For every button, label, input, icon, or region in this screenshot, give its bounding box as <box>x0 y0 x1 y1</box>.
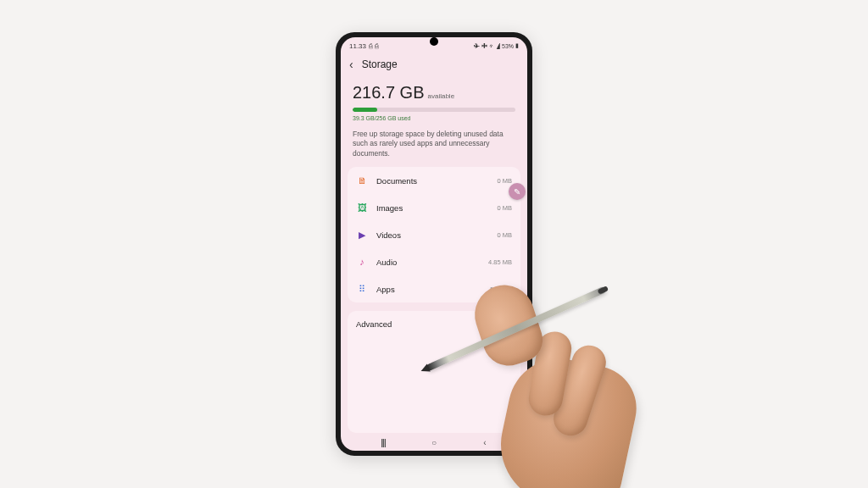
edit-fab[interactable]: ✎ <box>509 183 526 200</box>
category-size: 0 MB <box>497 204 512 212</box>
phone-screen: 11.33 ⎙ ⎙ ✈ ✱ ᯤ ◢ 53% ▮ ‹ Storage 216.7 … <box>341 37 527 451</box>
storage-progress-bar <box>353 108 515 112</box>
category-row-images[interactable]: 🖼Images0 MB <box>348 194 520 221</box>
category-size: 0 MB <box>497 231 512 239</box>
nav-recents[interactable]: ||| <box>375 438 392 447</box>
category-label: Images <box>376 203 488 213</box>
apps-icon: ⠿ <box>356 283 368 295</box>
category-row-apps[interactable]: ⠿Apps523 MB <box>348 275 520 302</box>
storage-progress-fill <box>353 108 377 112</box>
category-list: 🗎Documents0 MB🖼Images0 MB▶Videos0 MB♪Aud… <box>348 167 520 302</box>
status-right: ✈ ✱ ᯤ ◢ 53% ▮ <box>474 42 519 49</box>
pencil-icon: ✎ <box>514 187 520 197</box>
audio-icon: ♪ <box>356 256 368 268</box>
documents-icon: 🗎 <box>356 175 368 186</box>
page-header: ‹ Storage <box>341 53 527 76</box>
nav-home[interactable]: ○ <box>426 438 442 447</box>
available-amount: 216.7 GB <box>353 83 425 103</box>
storage-summary: 216.7 GB available 39.3 GB/256 GB used <box>341 76 527 125</box>
notification-icons: ⎙ ⎙ <box>369 42 379 50</box>
category-row-documents[interactable]: 🗎Documents0 MB <box>348 167 520 194</box>
battery-percent: 53% <box>502 43 514 49</box>
camera-notch <box>430 37 438 46</box>
status-time: 11.33 <box>349 42 366 50</box>
advanced-label: Advanced <box>356 319 512 329</box>
hand-finger <box>526 329 575 418</box>
hand-finger <box>549 341 610 441</box>
category-size: 523 MB <box>490 286 512 293</box>
available-label: available <box>428 92 455 100</box>
phone-frame: 11.33 ⎙ ⎙ ✈ ✱ ᯤ ◢ 53% ▮ ‹ Storage 216.7 … <box>336 32 532 456</box>
category-label: Apps <box>376 285 481 294</box>
battery-icon: ▮ <box>515 42 519 49</box>
advanced-section[interactable]: Advanced <box>348 311 520 433</box>
images-icon: 🖼 <box>356 202 368 214</box>
nav-back[interactable]: ‹ <box>476 438 493 447</box>
status-left: 11.33 ⎙ ⎙ <box>349 42 379 50</box>
category-label: Documents <box>376 176 488 186</box>
used-text: 39.3 GB/256 GB used <box>353 115 515 121</box>
system-icons: ✈ ✱ ᯤ ◢ <box>474 43 500 49</box>
category-label: Videos <box>376 230 488 240</box>
category-size: 4.85 MB <box>488 258 512 266</box>
navigation-bar: ||| ○ ‹ <box>341 433 527 451</box>
page-title: Storage <box>362 58 398 70</box>
category-label: Audio <box>376 258 480 267</box>
videos-icon: ▶ <box>356 229 368 241</box>
category-row-audio[interactable]: ♪Audio4.85 MB <box>348 248 520 275</box>
storage-description: Free up storage space by deleting unused… <box>341 125 527 167</box>
category-size: 0 MB <box>497 177 512 185</box>
category-row-videos[interactable]: ▶Videos0 MB <box>348 221 520 248</box>
back-button[interactable]: ‹ <box>349 58 353 71</box>
